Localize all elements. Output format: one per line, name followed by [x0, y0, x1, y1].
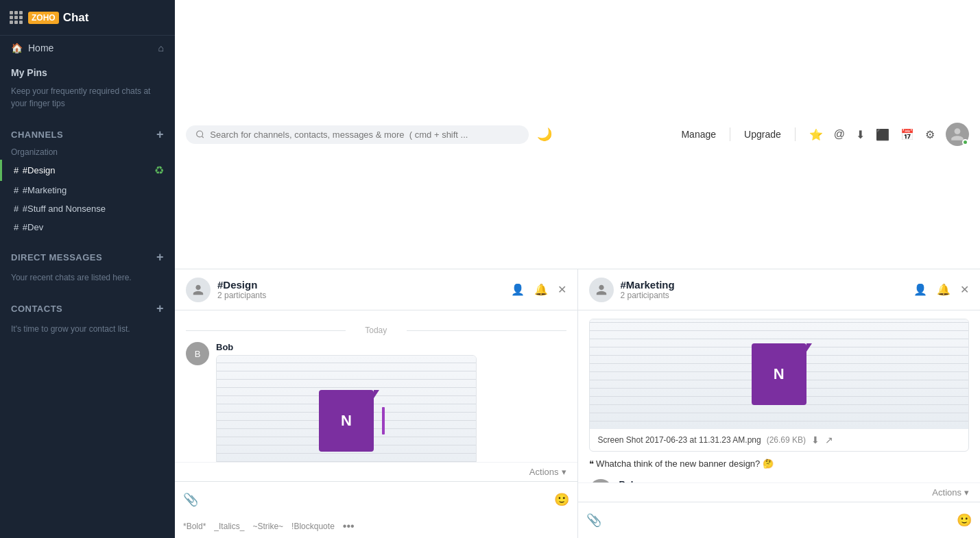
- marketing-file-section: N Screen Shot 2017-06-23 at 11.31.23 AM.…: [589, 319, 970, 471]
- add-member-marketing-icon[interactable]: 👤: [913, 283, 927, 296]
- design-channel-name: #Design: [217, 279, 511, 291]
- download-icon[interactable]: ⬇: [856, 128, 865, 141]
- channel-hash-icon4: #: [14, 222, 19, 232]
- channels-section-header: Channels +: [0, 119, 175, 145]
- calendar-icon[interactable]: 📅: [900, 128, 914, 141]
- design-format-bar: *Bold* _Italics_ ~Strike~ !Blockquote ••…: [175, 517, 577, 538]
- sidebar-item-marketing[interactable]: # #Marketing: [0, 181, 175, 199]
- file-image: N: [217, 356, 476, 462]
- sidebar-item-stuff[interactable]: # #Stuff and Nonsense: [0, 199, 175, 218]
- channel-hash-icon: #: [14, 165, 19, 175]
- search-input[interactable]: [210, 130, 519, 140]
- marketing-word-icon: N: [752, 343, 806, 405]
- topbar-icons: Manage Upgrade ⭐ @ ⬇ ⬛ 📅 ⚙: [681, 123, 969, 146]
- more-format[interactable]: •••: [343, 520, 355, 533]
- add-channel-button[interactable]: +: [156, 127, 164, 142]
- date-divider: Today: [186, 326, 566, 335]
- design-messages: Today B Bob N: [175, 310, 577, 462]
- bold-format[interactable]: *Bold*: [183, 522, 206, 531]
- marketing-emoji-icon[interactable]: 🙂: [957, 513, 972, 528]
- grid-icon[interactable]: [10, 11, 23, 24]
- channels-label: Channels: [11, 130, 63, 140]
- attachment-icon[interactable]: 📎: [183, 492, 198, 507]
- marketing-word-box: N: [752, 343, 806, 405]
- design-actions-button[interactable]: Actions ▾: [529, 467, 566, 477]
- strike-format[interactable]: ~Strike~: [252, 522, 283, 531]
- design-channel-avatar: [186, 278, 211, 302]
- star-icon[interactable]: ⭐: [809, 128, 823, 141]
- divider1: [730, 127, 730, 141]
- dm-label: Direct Messages: [11, 252, 102, 262]
- channel-hash-icon2: #: [14, 185, 19, 195]
- svg-point-0: [197, 131, 203, 137]
- marketing-panel-header: #Marketing 2 participants 👤 🔔 ✕: [578, 269, 981, 310]
- contacts-description: It's time to grow your contact list.: [0, 319, 175, 345]
- marketing-input-area: 📎 🙂: [578, 502, 981, 538]
- bob-marketing-avatar-wrap: B ↩: [589, 479, 619, 483]
- sidebar-item-home[interactable]: 🏠 Home ⌂: [0, 36, 175, 60]
- marketing-file-preview: N Screen Shot 2017-06-23 at 11.31.23 AM.…: [589, 319, 970, 452]
- add-contact-button[interactable]: +: [156, 302, 164, 316]
- sidebar-item-design[interactable]: # #Design ♻: [0, 160, 175, 181]
- marketing-file-image: N: [590, 319, 969, 429]
- marketing-file-name: Screen Shot 2017-06-23 at 11.31.23 AM.pn…: [598, 435, 761, 445]
- upgrade-link[interactable]: Upgrade: [744, 129, 781, 140]
- marketing-message-input[interactable]: [607, 515, 952, 526]
- svg-rect-2: [382, 407, 385, 435]
- design-panel-header: #Design 2 participants 👤 🔔 ✕: [175, 269, 577, 310]
- at-icon[interactable]: @: [834, 128, 845, 140]
- add-member-icon[interactable]: 👤: [511, 283, 525, 296]
- close-panel-icon[interactable]: ✕: [558, 283, 566, 296]
- design-header-actions: 👤 🔔 ✕: [511, 283, 566, 296]
- divider2: [795, 127, 796, 141]
- design-message-input[interactable]: [204, 494, 549, 505]
- marketing-share-icon[interactable]: ↗: [825, 435, 833, 445]
- home-icon: 🏠: [11, 42, 23, 53]
- chevron-down-icon: ▾: [562, 467, 566, 477]
- file-preview: N Screen Shot 2017-06-23 at 11.31.23 AM.…: [216, 355, 477, 462]
- emoji-icon[interactable]: 🙂: [554, 492, 569, 507]
- design-panel: #Design 2 participants 👤 🔔 ✕ Today B Bob: [175, 269, 578, 538]
- marketing-file-info: Screen Shot 2017-06-23 at 11.31.23 AM.pn…: [590, 429, 969, 451]
- notification-bell-icon[interactable]: 🔔: [534, 283, 548, 296]
- design-input-bar: 📎 🙂: [175, 482, 577, 517]
- marketing-attachment-icon[interactable]: 📎: [586, 513, 601, 528]
- marketing-download-icon[interactable]: ⬇: [811, 435, 820, 445]
- blockquote-format[interactable]: !Blockquote: [291, 522, 335, 531]
- ms-word-icon: N: [319, 390, 374, 452]
- user-avatar[interactable]: [946, 123, 969, 146]
- marketing-actions-bar: Actions ▾: [578, 482, 981, 502]
- marketing-top-message: ❝ Whatcha think of the new banner design…: [589, 457, 970, 471]
- search-icon: [195, 130, 204, 139]
- dm-section-header: Direct Messages +: [0, 242, 175, 267]
- main-content: 🌙 Manage Upgrade ⭐ @ ⬇ ⬛ 📅 ⚙: [175, 0, 980, 538]
- close-marketing-icon[interactable]: ✕: [960, 283, 969, 296]
- logo: ZOHO Chat: [28, 11, 88, 25]
- topbar: 🌙 Manage Upgrade ⭐ @ ⬇ ⬛ 📅 ⚙: [175, 0, 980, 269]
- add-dm-button[interactable]: +: [156, 250, 164, 265]
- marketing-actions-button[interactable]: Actions ▾: [932, 487, 969, 498]
- share-icon[interactable]: ⬛: [876, 128, 889, 141]
- recycle-icon: ♻: [154, 164, 164, 177]
- sidebar-item-dev[interactable]: # #Dev: [0, 218, 175, 236]
- marketing-messages: N Screen Shot 2017-06-23 at 11.31.23 AM.…: [578, 310, 981, 482]
- channel-hash-icon3: #: [14, 204, 19, 214]
- marketing-panel: #Marketing 2 participants 👤 🔔 ✕: [578, 269, 981, 538]
- svg-line-1: [202, 136, 203, 138]
- notification-icon-btn[interactable]: 🌙: [537, 127, 552, 142]
- notification-marketing-icon[interactable]: 🔔: [937, 283, 951, 296]
- italic-format[interactable]: _Italics_: [214, 522, 244, 531]
- my-pins-section: My Pins: [0, 60, 175, 81]
- design-participants: 2 participants: [217, 291, 511, 300]
- sidebar-header: ZOHO Chat: [0, 0, 175, 36]
- design-channel-info: #Design 2 participants: [217, 279, 511, 300]
- search-bar[interactable]: [186, 125, 529, 144]
- org-label: Organization: [0, 145, 175, 160]
- marketing-channel-avatar: [589, 278, 614, 302]
- online-indicator: [962, 139, 968, 145]
- manage-link[interactable]: Manage: [681, 129, 716, 140]
- brand-name: Chat: [63, 11, 89, 25]
- design-input-area: 📎 🙂 *Bold* _Italics_ ~Strike~ !Blockquot…: [175, 481, 577, 538]
- bob-sender: Bob: [216, 342, 566, 352]
- settings-icon[interactable]: ⚙: [925, 128, 935, 141]
